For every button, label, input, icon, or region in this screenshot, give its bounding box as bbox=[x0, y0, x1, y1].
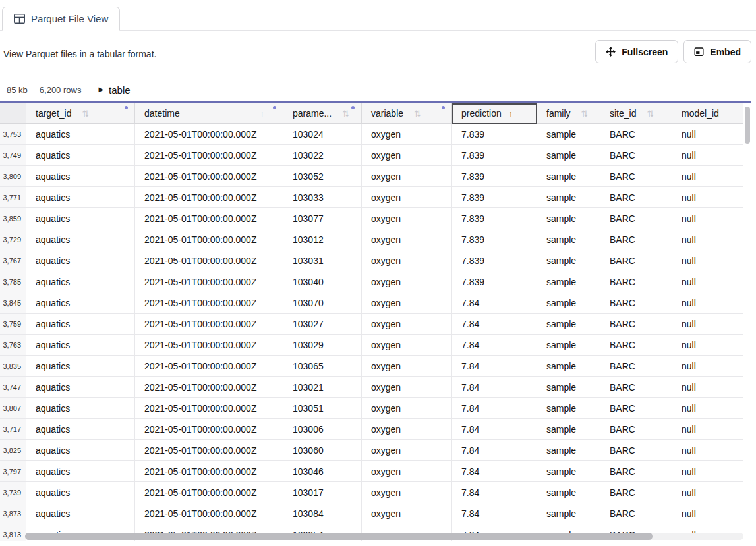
cell-datetime[interactable]: 2021-05-01T00:00:00.000Z bbox=[135, 356, 283, 377]
cell-site_id[interactable]: BARC bbox=[600, 398, 672, 419]
cell-target_id[interactable]: aquatics bbox=[26, 377, 135, 398]
cell-family[interactable]: sample bbox=[537, 187, 600, 208]
cell-site_id[interactable]: BARC bbox=[600, 229, 672, 250]
cell-model_id[interactable]: null bbox=[672, 145, 743, 166]
cell-model_id[interactable]: null bbox=[672, 398, 743, 419]
cell-target_id[interactable]: aquatics bbox=[26, 461, 135, 482]
fullscreen-button[interactable]: Fullscreen bbox=[595, 40, 678, 63]
cell-target_id[interactable]: aquatics bbox=[26, 398, 135, 419]
cell-model_id[interactable]: null bbox=[672, 250, 743, 271]
cell-variable[interactable]: oxygen bbox=[362, 377, 452, 398]
cell-datetime[interactable]: 2021-05-01T00:00:00.000Z bbox=[135, 145, 283, 166]
cell-prediction[interactable]: 7.84 bbox=[452, 440, 537, 461]
cell-target_id[interactable]: aquatics bbox=[26, 335, 135, 356]
cell-datetime[interactable]: 2021-05-01T00:00:00.000Z bbox=[135, 271, 283, 292]
cell-family[interactable]: sample bbox=[537, 229, 600, 250]
column-header-model_id[interactable]: model_id bbox=[672, 103, 743, 124]
cell-prediction[interactable]: 7.84 bbox=[452, 377, 537, 398]
cell-site_id[interactable]: BARC bbox=[600, 377, 672, 398]
cell-site_id[interactable]: BARC bbox=[600, 187, 672, 208]
cell-target_id[interactable]: aquatics bbox=[26, 292, 135, 314]
cell-model_id[interactable]: null bbox=[672, 461, 743, 482]
cell-family[interactable]: sample bbox=[537, 398, 600, 419]
cell-variable[interactable]: oxygen bbox=[362, 314, 452, 335]
cell-target_id[interactable]: aquatics bbox=[26, 208, 135, 229]
horizontal-scrollbar-thumb[interactable] bbox=[25, 533, 653, 540]
cell-prediction[interactable]: 7.84 bbox=[452, 482, 537, 503]
cell-parameter[interactable]: 103006 bbox=[283, 419, 362, 440]
cell-parameter[interactable]: 103060 bbox=[283, 440, 362, 461]
cell-prediction[interactable]: 7.84 bbox=[452, 419, 537, 440]
cell-family[interactable]: sample bbox=[537, 461, 600, 482]
cell-target_id[interactable]: aquatics bbox=[26, 187, 135, 208]
cell-model_id[interactable]: null bbox=[672, 292, 743, 314]
cell-parameter[interactable]: 103022 bbox=[283, 145, 362, 166]
cell-site_id[interactable]: BARC bbox=[600, 335, 672, 356]
cell-datetime[interactable]: 2021-05-01T00:00:00.000Z bbox=[135, 503, 283, 524]
cell-family[interactable]: sample bbox=[537, 124, 600, 145]
cell-site_id[interactable]: BARC bbox=[600, 461, 672, 482]
cell-prediction[interactable]: 7.84 bbox=[452, 314, 537, 335]
cell-datetime[interactable]: 2021-05-01T00:00:00.000Z bbox=[135, 440, 283, 461]
cell-model_id[interactable]: null bbox=[672, 208, 743, 229]
cell-target_id[interactable]: aquatics bbox=[26, 503, 135, 524]
cell-parameter[interactable]: 103051 bbox=[283, 398, 362, 419]
column-header-site_id[interactable]: site_id⇅ bbox=[600, 103, 672, 124]
cell-target_id[interactable]: aquatics bbox=[26, 482, 135, 503]
cell-prediction[interactable]: 7.84 bbox=[452, 335, 537, 356]
cell-prediction[interactable]: 7.84 bbox=[452, 292, 537, 314]
table-expander[interactable]: ▶ table bbox=[98, 84, 130, 96]
cell-model_id[interactable]: null bbox=[672, 356, 743, 377]
cell-model_id[interactable]: null bbox=[672, 440, 743, 461]
cell-variable[interactable]: oxygen bbox=[362, 145, 452, 166]
cell-family[interactable]: sample bbox=[537, 271, 600, 292]
cell-datetime[interactable]: 2021-05-01T00:00:00.000Z bbox=[135, 208, 283, 229]
cell-target_id[interactable]: aquatics bbox=[26, 419, 135, 440]
cell-datetime[interactable]: 2021-05-01T00:00:00.000Z bbox=[135, 166, 283, 187]
cell-parameter[interactable]: 103070 bbox=[283, 292, 362, 314]
cell-site_id[interactable]: BARC bbox=[600, 145, 672, 166]
cell-datetime[interactable]: 2021-05-01T00:00:00.000Z bbox=[135, 229, 283, 250]
column-header-parameter[interactable]: parame...⇅ bbox=[283, 103, 362, 124]
cell-family[interactable]: sample bbox=[537, 377, 600, 398]
cell-site_id[interactable]: BARC bbox=[600, 440, 672, 461]
cell-variable[interactable]: oxygen bbox=[362, 166, 452, 187]
cell-parameter[interactable]: 103027 bbox=[283, 314, 362, 335]
cell-family[interactable]: sample bbox=[537, 482, 600, 503]
cell-target_id[interactable]: aquatics bbox=[26, 271, 135, 292]
cell-prediction[interactable]: 7.84 bbox=[452, 356, 537, 377]
cell-model_id[interactable]: null bbox=[672, 482, 743, 503]
cell-datetime[interactable]: 2021-05-01T00:00:00.000Z bbox=[135, 250, 283, 271]
sort-asc-active-icon[interactable]: ↑ bbox=[509, 109, 513, 118]
cell-variable[interactable]: oxygen bbox=[362, 271, 452, 292]
cell-parameter[interactable]: 103029 bbox=[283, 335, 362, 356]
sort-icon[interactable]: ⇅ bbox=[342, 109, 349, 118]
cell-datetime[interactable]: 2021-05-01T00:00:00.000Z bbox=[135, 335, 283, 356]
column-header-datetime[interactable]: datetime↑ bbox=[135, 103, 283, 124]
cell-variable[interactable]: oxygen bbox=[362, 250, 452, 271]
cell-site_id[interactable]: BARC bbox=[600, 419, 672, 440]
cell-model_id[interactable]: null bbox=[672, 419, 743, 440]
cell-parameter[interactable]: 103046 bbox=[283, 461, 362, 482]
cell-model_id[interactable]: null bbox=[672, 335, 743, 356]
cell-parameter[interactable]: 103084 bbox=[283, 503, 362, 524]
cell-datetime[interactable]: 2021-05-01T00:00:00.000Z bbox=[135, 461, 283, 482]
cell-parameter[interactable]: 103052 bbox=[283, 166, 362, 187]
cell-prediction[interactable]: 7.839 bbox=[452, 145, 537, 166]
cell-site_id[interactable]: BARC bbox=[600, 208, 672, 229]
cell-prediction[interactable]: 7.839 bbox=[452, 187, 537, 208]
cell-family[interactable]: sample bbox=[537, 335, 600, 356]
cell-site_id[interactable]: BARC bbox=[600, 166, 672, 187]
cell-parameter[interactable]: 103024 bbox=[283, 124, 362, 145]
cell-target_id[interactable]: aquatics bbox=[26, 250, 135, 271]
cell-variable[interactable]: oxygen bbox=[362, 419, 452, 440]
cell-site_id[interactable]: BARC bbox=[600, 482, 672, 503]
sort-icon[interactable]: ⇅ bbox=[647, 109, 654, 118]
cell-target_id[interactable]: aquatics bbox=[26, 166, 135, 187]
sort-icon[interactable]: ⇅ bbox=[581, 109, 589, 118]
cell-prediction[interactable]: 7.839 bbox=[452, 208, 537, 229]
sort-icon[interactable]: ⇅ bbox=[414, 109, 421, 118]
cell-variable[interactable]: oxygen bbox=[362, 187, 452, 208]
cell-model_id[interactable]: null bbox=[672, 377, 743, 398]
cell-parameter[interactable]: 103012 bbox=[283, 229, 362, 250]
